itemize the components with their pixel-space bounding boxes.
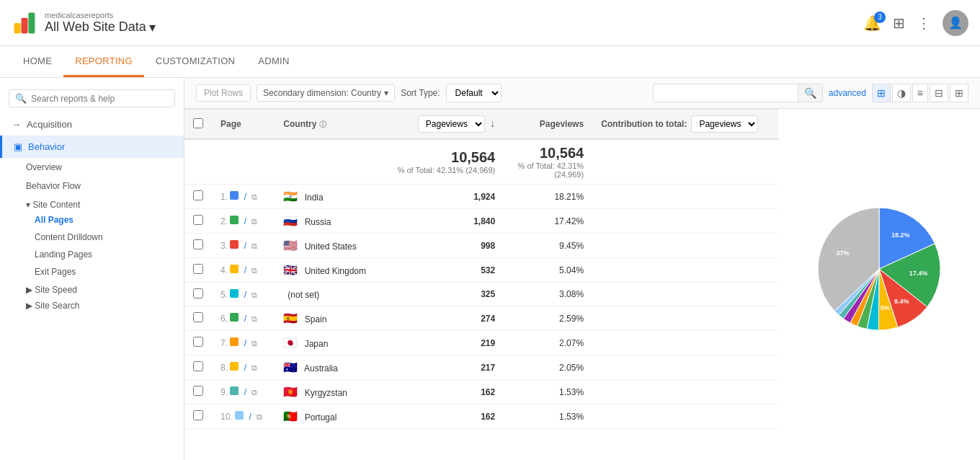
row-checkbox[interactable] <box>193 312 203 322</box>
table-row: 2. / ⧉ 🇷🇺 Russia 1,840 17.42% <box>184 209 778 234</box>
copy-icon[interactable]: ⧉ <box>251 217 257 226</box>
row-checkbox[interactable] <box>193 264 203 274</box>
copy-icon[interactable]: ⧉ <box>257 412 262 421</box>
nav-reporting[interactable]: REPORTING <box>63 46 144 77</box>
page-column-header[interactable]: Page <box>212 110 275 140</box>
page-link[interactable]: / <box>244 363 246 373</box>
country-name: (not set) <box>288 290 319 300</box>
nav-home[interactable]: HOME <box>12 46 63 77</box>
copy-icon[interactable]: ⧉ <box>251 291 257 299</box>
copy-icon[interactable]: ⧉ <box>251 388 257 397</box>
sort-type-select[interactable]: Default <box>446 84 502 102</box>
contribution-column-header: Contribution to total: Pageviews <box>592 110 778 140</box>
pageviews-value: 274 <box>481 314 495 324</box>
sidebar-exit-pages[interactable]: Exit Pages <box>0 263 184 280</box>
page-link[interactable]: / <box>244 216 246 226</box>
country-flag: 🇵🇹 <box>283 410 298 423</box>
page-link[interactable]: / <box>244 314 246 324</box>
layout: 🔍 → Acquisition ▣ Behavior Overview Beha… <box>0 78 980 460</box>
copy-icon[interactable]: ⧉ <box>251 266 257 275</box>
nav-customization[interactable]: CUSTOMIZATION <box>144 46 246 77</box>
pivot-view-button[interactable]: ⊞ <box>950 84 968 102</box>
contribution-metric-select[interactable]: Pageviews <box>691 115 758 133</box>
sidebar-content-drilldown[interactable]: Content Drilldown <box>0 229 184 246</box>
notifications-button[interactable]: 🔔 3 <box>863 14 881 32</box>
grid-view-button[interactable]: ⊞ <box>872 84 891 102</box>
sidebar-item-behavior[interactable]: ▣ Behavior <box>0 136 184 158</box>
sidebar-behavior-flow[interactable]: Behavior Flow <box>0 177 184 195</box>
row-checkbox[interactable] <box>193 239 203 249</box>
row-color-dot <box>230 240 239 249</box>
search-input[interactable] <box>31 94 169 104</box>
country-column-header[interactable]: Country ⓘ <box>275 110 381 140</box>
property-selector[interactable]: All Web Site Data ▾ <box>45 19 156 35</box>
apps-button[interactable]: ⊞ <box>893 14 905 32</box>
totals-pct-right2: (24,969) <box>512 170 584 179</box>
filter-view-button[interactable]: ⊟ <box>930 84 948 102</box>
row-checkbox[interactable] <box>193 337 203 347</box>
plot-rows-button[interactable]: Plot Rows <box>196 84 251 102</box>
contribution-bar <box>592 404 778 429</box>
row-checkbox[interactable] <box>193 215 203 225</box>
row-color-dot <box>230 191 239 200</box>
table-row: 1. / ⧉ 🇮🇳 India 1,924 18.21% <box>184 185 778 209</box>
country-name: Portugal <box>305 412 337 423</box>
sidebar-site-content[interactable]: ▾ Site Content <box>0 195 184 211</box>
pie-view-button[interactable]: ◑ <box>892 84 911 102</box>
page-link[interactable]: / <box>249 412 251 422</box>
pct-value: 2.05% <box>504 355 592 380</box>
page-link[interactable]: / <box>244 241 246 251</box>
copy-icon[interactable]: ⧉ <box>251 314 257 323</box>
row-checkbox[interactable] <box>193 410 203 420</box>
copy-icon[interactable]: ⧉ <box>251 193 257 201</box>
sidebar-landing-pages[interactable]: Landing Pages <box>0 246 184 263</box>
row-checkbox[interactable] <box>193 288 203 298</box>
select-all-checkbox[interactable] <box>193 118 203 128</box>
page-link[interactable]: / <box>244 290 246 300</box>
pct-value: 5.04% <box>504 258 592 283</box>
page-link[interactable]: / <box>244 192 246 202</box>
table-search-input[interactable] <box>654 85 798 101</box>
copy-icon[interactable]: ⧉ <box>251 363 257 372</box>
page-link[interactable]: / <box>244 265 246 275</box>
search-icon: 🔍 <box>15 93 27 104</box>
avatar[interactable]: 👤 <box>943 10 968 36</box>
list-view-button[interactable]: ≡ <box>912 84 928 102</box>
page-link[interactable]: / <box>244 338 246 348</box>
copy-icon[interactable]: ⧉ <box>251 339 257 348</box>
table-search-box[interactable]: 🔍 <box>653 84 823 102</box>
sidebar-site-search[interactable]: ▶ Site Search <box>0 296 184 312</box>
page-link[interactable]: / <box>244 387 246 397</box>
row-checkbox[interactable] <box>193 361 203 371</box>
main-nav: HOME REPORTING CUSTOMIZATION ADMIN <box>0 46 980 78</box>
totals-pct-right: % of Total: 42.31% <box>512 162 584 170</box>
sidebar-site-speed[interactable]: ▶ Site Speed <box>0 280 184 296</box>
header-right: 🔔 3 ⊞ ⋮ 👤 <box>863 10 968 36</box>
table-search-button[interactable]: 🔍 <box>798 84 822 102</box>
row-checkbox[interactable] <box>193 190 203 200</box>
title-area: medicalcasereports All Web Site Data ▾ <box>45 11 156 35</box>
table-header-row: Page Country ⓘ Pageviews ↓ <box>184 110 778 140</box>
advanced-link[interactable]: advanced <box>829 88 866 98</box>
pageviews-metric-select[interactable]: Pageviews <box>418 115 485 133</box>
sidebar-overview[interactable]: Overview <box>0 158 184 177</box>
copy-icon[interactable]: ⧉ <box>251 242 257 250</box>
search-box[interactable]: 🔍 <box>9 89 175 107</box>
row-color-dot <box>230 337 239 346</box>
pageviews-column-header[interactable]: Pageviews ↓ <box>381 110 504 140</box>
secondary-dimension-selector[interactable]: Secondary dimension: Country ▾ <box>257 84 395 102</box>
sidebar-all-pages[interactable]: All Pages <box>0 211 184 229</box>
country-name: India <box>305 193 324 203</box>
more-options-button[interactable]: ⋮ <box>917 14 931 32</box>
table-container: Page Country ⓘ Pageviews ↓ <box>184 109 980 429</box>
table-body: 10,564 % of Total: 42.31% (24,969) 10,56… <box>184 139 778 429</box>
pie-chart: 18.2%17.4%9.4%5%37% <box>807 197 951 341</box>
nav-admin[interactable]: ADMIN <box>246 46 300 77</box>
country-flag: 🇪🇸 <box>283 312 298 324</box>
sidebar-item-acquisition[interactable]: → Acquisition <box>0 113 184 136</box>
country-name: United Kingdom <box>305 266 366 276</box>
row-number: 3. <box>220 241 228 251</box>
pct-value: 1.53% <box>504 380 592 404</box>
row-checkbox[interactable] <box>193 386 203 396</box>
pie-label: 37% <box>836 249 849 257</box>
